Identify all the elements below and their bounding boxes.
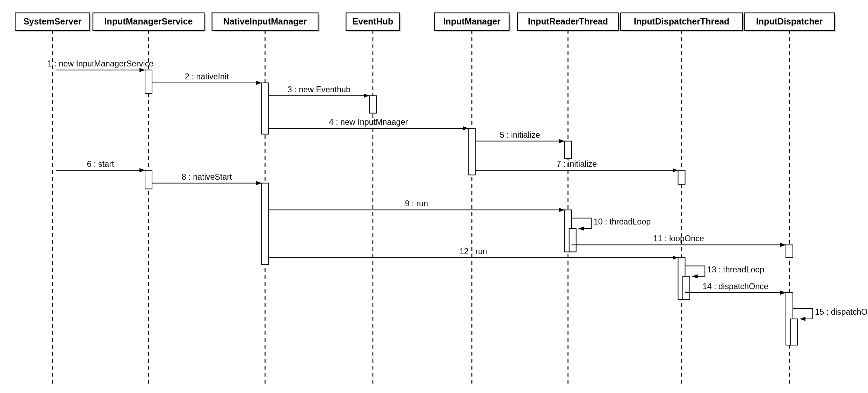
- lifeline-label: InputManagerService: [104, 16, 193, 26]
- message-label: 5 : initialize: [500, 130, 540, 140]
- activation-bar: [678, 170, 685, 184]
- message-arrow: [793, 308, 813, 319]
- activation-bar: [145, 170, 152, 189]
- sequence-diagram: SystemServerInputManagerServiceNativeInp…: [0, 0, 868, 393]
- message-label: 12 : run: [460, 247, 487, 256]
- message-label: 7 : initialize: [557, 159, 597, 169]
- activation-bar: [369, 96, 376, 113]
- activation-bar: [564, 141, 571, 159]
- activation-bar: [786, 245, 793, 258]
- activation-bar: [262, 83, 269, 134]
- activation-bar: [262, 183, 269, 265]
- message-label: 13 : threadLoop: [707, 265, 764, 274]
- activation-bar: [683, 276, 690, 300]
- lifeline-label: NativeInputManager: [223, 16, 307, 26]
- activation-bar: [145, 70, 152, 93]
- lifeline-label: InputManager: [443, 16, 500, 26]
- activation-bar: [569, 229, 576, 252]
- message-label: 10 : threadLoop: [594, 217, 651, 226]
- lifeline-label: EventHub: [353, 16, 393, 26]
- lifeline-label: InputDispatcher: [756, 16, 823, 26]
- lifeline-label: SystemServer: [23, 16, 82, 26]
- message-label: 14 : dispatchOnce: [703, 282, 768, 291]
- message-arrow: [571, 218, 591, 229]
- message-label: 15 : dispatchOnceInnerLocked: [815, 307, 868, 316]
- activation-bar: [468, 128, 475, 175]
- activation-bar: [790, 319, 797, 345]
- message-label: 2 : nativeInit: [185, 72, 229, 81]
- message-label: 4 : new InputMnaager: [329, 117, 408, 127]
- message-label: 8 : nativeStart: [182, 172, 232, 181]
- message-label: 11 : loopOnce: [653, 234, 704, 243]
- message-label: 1 : new InputManagerService: [48, 59, 153, 68]
- lifeline-label: InputReaderThread: [528, 16, 608, 26]
- message-label: 3 : new Eventhub: [288, 85, 350, 94]
- message-label: 9 : run: [405, 199, 428, 208]
- lifeline-label: InputDispatcherThread: [634, 16, 730, 26]
- message-label: 6 : start: [87, 159, 114, 169]
- message-arrow: [685, 266, 705, 276]
